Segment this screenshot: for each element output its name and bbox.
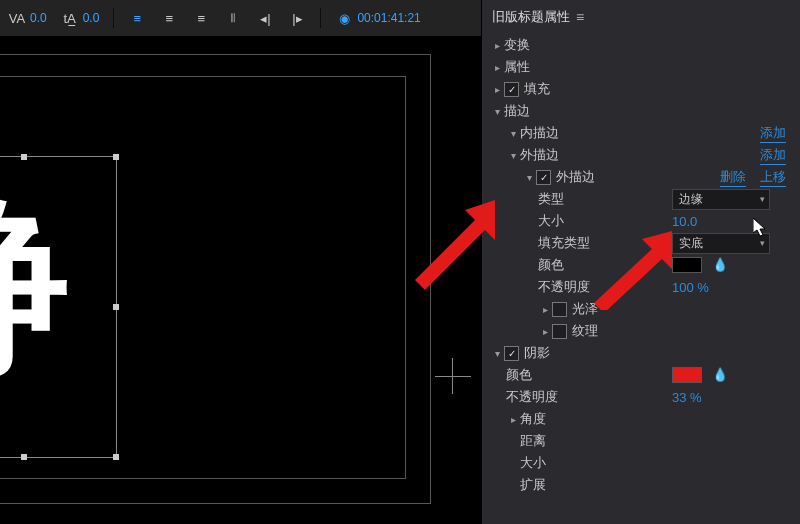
shadow-angle-row[interactable]: 角度 [482,408,800,430]
outer-stroke-item-row[interactable]: 外描边 删除 上移 [482,166,800,188]
sheen-checkbox[interactable] [552,302,567,317]
shadow-color-row: 颜色 💧 [482,364,800,386]
texture-label: 纹理 [572,322,598,340]
section-attributes[interactable]: 属性 [482,56,800,78]
panel-header: 旧版标题属性 ≡ [482,6,800,34]
shadow-opacity-value[interactable]: 33 % [672,390,702,405]
preview-pane: VA 0.0 tA̲ 0.0 ≡ ≡ ≡ ⫴ ◂| |▸ ◉ 00:01:41:… [0,0,482,524]
stroke-filltype-select[interactable]: 实底 [672,233,770,254]
stroke-type-row: 类型 边缘 [482,188,800,210]
shadow-spread-row: 扩展 [482,474,800,496]
sheen-label: 光泽 [572,300,598,318]
inner-stroke-add-link[interactable]: 添加 [760,124,786,143]
stroke-size-label: 大小 [538,212,564,230]
toolbar: VA 0.0 tA̲ 0.0 ≡ ≡ ≡ ⫴ ◂| |▸ ◉ 00:01:41:… [0,0,481,37]
resize-handle[interactable] [113,304,119,310]
section-label: 属性 [504,58,530,76]
twisty-icon[interactable] [538,326,552,337]
align-right-icon[interactable]: ≡ [192,9,210,27]
anchor-cross [435,376,471,377]
shadow-color-swatch[interactable] [672,367,702,383]
fill-checkbox[interactable] [504,82,519,97]
panel-menu-icon[interactable]: ≡ [576,9,584,25]
twisty-icon[interactable] [506,150,520,161]
separator [113,8,114,28]
properties-panel: 旧版标题属性 ≡ 变换 属性 填充 描边 内描边 添加 外描边 添加 [482,0,800,524]
stroke-opacity-value[interactable]: 100 % [672,280,709,295]
stroke-opacity-label: 不透明度 [538,278,590,296]
stroke-type-label: 类型 [538,190,564,208]
shadow-size-row: 大小 [482,452,800,474]
kerning-control[interactable]: VA 0.0 [8,9,47,27]
stroke-size-value[interactable]: 10.0 [672,214,697,229]
stroke-type-select[interactable]: 边缘 [672,189,770,210]
section-label: 阴影 [524,344,550,362]
outer-stroke-checkbox[interactable] [536,170,551,185]
section-label: 变换 [504,36,530,54]
section-fill[interactable]: 填充 [482,78,800,100]
shadow-opacity-label: 不透明度 [506,388,558,406]
tab-next-icon[interactable]: |▸ [288,9,306,27]
title-canvas[interactable]: 静 [0,36,481,524]
twisty-icon[interactable] [522,172,536,183]
selection-bbox[interactable] [0,156,117,458]
baseline-value[interactable]: 0.0 [83,11,100,25]
timecode-value[interactable]: 00:01:41:21 [357,11,420,25]
section-label: 描边 [504,102,530,120]
shadow-color-label: 颜色 [506,366,532,384]
align-left-icon[interactable]: ≡ [128,9,146,27]
shadow-spread-label: 扩展 [520,476,546,494]
twisty-icon[interactable] [490,348,504,359]
section-transform[interactable]: 变换 [482,34,800,56]
twisty-icon[interactable] [506,414,520,425]
timecode-display[interactable]: ◉ 00:01:41:21 [335,9,420,27]
baseline-icon: tA̲ [61,9,79,27]
outer-stroke-moveup-link[interactable]: 上移 [760,168,786,187]
stroke-color-row: 颜色 💧 [482,254,800,276]
outer-stroke-delete-link[interactable]: 删除 [720,168,746,187]
anchor-cross [452,358,453,394]
inner-stroke-row[interactable]: 内描边 添加 [482,122,800,144]
twisty-icon[interactable] [490,106,504,117]
stroke-opacity-row: 不透明度 100 % [482,276,800,298]
baseline-shift-control[interactable]: tA̲ 0.0 [61,9,100,27]
stroke-color-label: 颜色 [538,256,564,274]
stroke-color-swatch[interactable] [672,257,702,273]
twisty-icon[interactable] [490,40,504,51]
stroke-sheen-row[interactable]: 光泽 [482,298,800,320]
stroke-size-row: 大小 10.0 [482,210,800,232]
outer-stroke-row[interactable]: 外描边 添加 [482,144,800,166]
shadow-distance-label: 距离 [520,432,546,450]
kerning-icon: VA [8,9,26,27]
shadow-size-label: 大小 [520,454,546,472]
texture-checkbox[interactable] [552,324,567,339]
eye-icon: ◉ [335,9,353,27]
outer-stroke-label: 外描边 [520,146,559,164]
panel-title-text: 旧版标题属性 [492,8,570,26]
shadow-distance-row: 距离 [482,430,800,452]
align-center-icon[interactable]: ≡ [160,9,178,27]
eyedropper-icon[interactable]: 💧 [712,367,728,382]
tab-prev-icon[interactable]: ◂| [256,9,274,27]
resize-handle[interactable] [21,154,27,160]
tabs-icon[interactable]: ⫴ [224,9,242,27]
separator [320,8,321,28]
resize-handle[interactable] [21,454,27,460]
stroke-filltype-row: 填充类型 实底 [482,232,800,254]
twisty-icon[interactable] [490,84,504,95]
section-stroke[interactable]: 描边 [482,100,800,122]
kerning-value[interactable]: 0.0 [30,11,47,25]
twisty-icon[interactable] [490,62,504,73]
stroke-filltype-value: 实底 [679,235,703,252]
eyedropper-icon[interactable]: 💧 [712,257,728,272]
shadow-checkbox[interactable] [504,346,519,361]
outer-stroke-add-link[interactable]: 添加 [760,146,786,165]
section-label: 填充 [524,80,550,98]
resize-handle[interactable] [113,154,119,160]
stroke-filltype-label: 填充类型 [538,234,590,252]
stroke-texture-row[interactable]: 纹理 [482,320,800,342]
resize-handle[interactable] [113,454,119,460]
twisty-icon[interactable] [506,128,520,139]
twisty-icon[interactable] [538,304,552,315]
section-shadow[interactable]: 阴影 [482,342,800,364]
